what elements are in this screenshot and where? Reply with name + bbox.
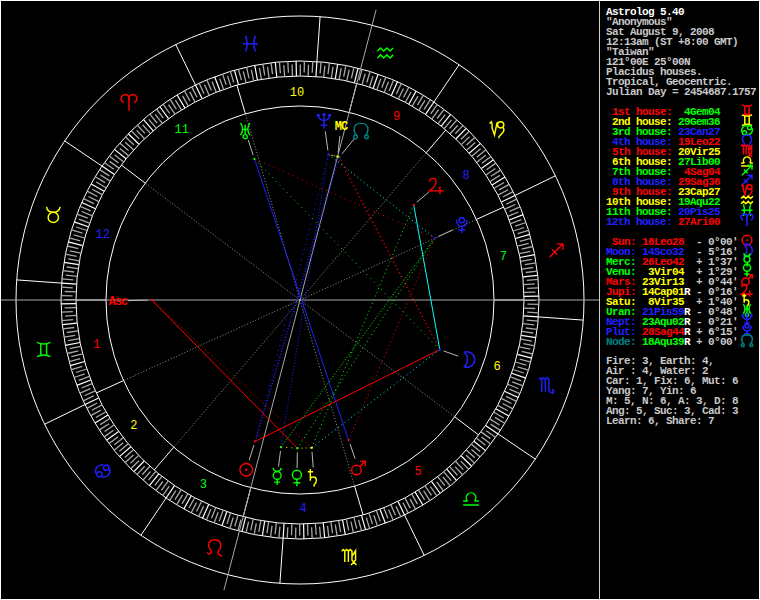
svg-text:8: 8 xyxy=(463,169,470,183)
svg-text:7: 7 xyxy=(500,250,507,264)
svg-text:MC: MC xyxy=(335,120,348,134)
svg-text:10: 10 xyxy=(290,86,304,100)
svg-text:2: 2 xyxy=(130,419,137,433)
svg-text:3: 3 xyxy=(200,478,207,492)
svg-text:5: 5 xyxy=(415,465,422,479)
svg-text:4: 4 xyxy=(299,502,306,516)
svg-text:11: 11 xyxy=(175,123,189,137)
svg-text:Asc: Asc xyxy=(109,295,128,309)
svg-text:12: 12 xyxy=(96,228,110,242)
svg-text:1: 1 xyxy=(93,338,100,352)
svg-text:9: 9 xyxy=(393,110,400,124)
svg-text:6: 6 xyxy=(494,360,501,374)
